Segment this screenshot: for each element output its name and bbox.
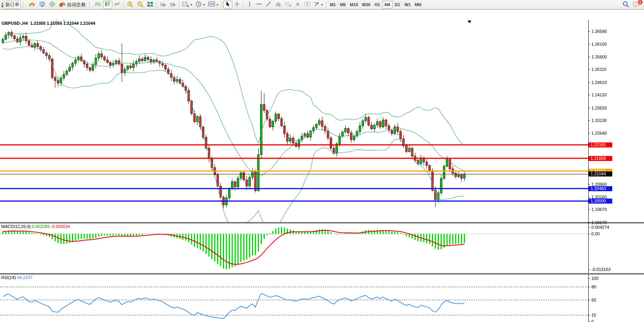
dropdown-caret-icon: ▾ bbox=[203, 3, 205, 7]
templates-button[interactable]: ▾ bbox=[207, 1, 220, 9]
timeframe-button-m30[interactable]: M30 bbox=[360, 1, 372, 9]
price-axis-tick bbox=[588, 120, 590, 121]
price-axis-label: 1.25600 bbox=[591, 55, 607, 59]
tile-windows-button[interactable] bbox=[146, 1, 155, 9]
rsi-axis-label: 100 bbox=[591, 276, 598, 281]
price-axis-tick bbox=[588, 223, 590, 223]
line-chart-icon bbox=[114, 1, 120, 8]
horizontal-line-button[interactable] bbox=[254, 1, 264, 9]
rsi-axis-tick bbox=[588, 287, 590, 287]
tile-windows-icon bbox=[147, 1, 153, 8]
fibonacci-button[interactable]: F bbox=[283, 1, 293, 9]
price-axis-tick bbox=[588, 95, 590, 95]
price-axis-label: 1.20660 bbox=[591, 182, 607, 187]
crosshair-button[interactable] bbox=[233, 1, 242, 9]
macd-value-main: 0.002283 bbox=[32, 224, 50, 229]
chart-title-symbol: GBPUSD-,H4 bbox=[2, 21, 28, 26]
timeframe-button-w1[interactable]: W1 bbox=[402, 1, 413, 9]
auto-scroll-button[interactable] bbox=[158, 1, 168, 9]
text-icon: A bbox=[295, 1, 300, 8]
macd-axis-label: 0.00 bbox=[591, 231, 599, 236]
rsi-label: RSI(14) 44.2247 bbox=[1, 275, 33, 280]
text-label-button[interactable]: T bbox=[303, 1, 312, 9]
new-chart-button[interactable] bbox=[27, 1, 37, 9]
rsi-axis-label: 50 bbox=[591, 298, 596, 302]
chart-shift-marker-icon[interactable] bbox=[468, 21, 471, 23]
periods-button[interactable]: ▾ bbox=[194, 1, 206, 9]
timeframe-group: M1M5M15M30H1H4D1W1MN bbox=[328, 1, 423, 9]
macd-name: MACD(12,26,9) bbox=[1, 224, 31, 229]
price-axis-label: 1.23130 bbox=[591, 118, 607, 123]
price-axis-label: 1.22640 bbox=[591, 131, 607, 135]
vertical-line-button[interactable] bbox=[245, 1, 254, 9]
toolbar-right-group: 1 bbox=[621, 0, 643, 9]
macd-axis-tick bbox=[588, 269, 590, 270]
chart-title-ohlc: 1.21055 1.21055 1.21044 1.21044 bbox=[30, 21, 95, 26]
notifications-button[interactable]: 1 bbox=[633, 0, 641, 9]
panel-divider-rsi[interactable] bbox=[0, 273, 644, 274]
toolbar-separator bbox=[123, 1, 124, 8]
price-axis-tick bbox=[588, 108, 590, 108]
bar-chart-button[interactable] bbox=[93, 1, 103, 9]
trendline-button[interactable] bbox=[264, 1, 273, 9]
price-badge-support: 1.20000 bbox=[589, 199, 612, 204]
price-badge-resistance: 1.21659 bbox=[589, 156, 612, 161]
template-icon bbox=[208, 1, 215, 8]
terminal-icon bbox=[39, 1, 46, 9]
rsi-axis-tick bbox=[588, 278, 590, 279]
panel-divider-macd[interactable] bbox=[0, 222, 644, 223]
auto-trading-label: 自动交易 bbox=[67, 2, 86, 8]
timeframe-button-m15[interactable]: M15 bbox=[348, 1, 360, 9]
toolbar-grip[interactable] bbox=[89, 2, 92, 8]
crosshair-icon bbox=[234, 1, 240, 8]
line-chart-button[interactable] bbox=[113, 1, 122, 9]
timeframe-button-h4[interactable]: H4 bbox=[382, 1, 392, 9]
horizontal-line-icon bbox=[256, 1, 262, 8]
fibonacci-icon: F bbox=[285, 1, 291, 8]
chart-shift-button[interactable] bbox=[168, 1, 177, 9]
dropdown-caret-icon: ▾ bbox=[321, 3, 323, 7]
price-axis-label: 1.25110 bbox=[591, 67, 606, 72]
timeframe-button-m1[interactable]: M1 bbox=[328, 1, 338, 9]
toolbar-grip[interactable] bbox=[23, 2, 26, 8]
vertical-line-icon bbox=[247, 1, 252, 8]
cursor-button[interactable] bbox=[223, 1, 232, 9]
svg-text:A: A bbox=[296, 2, 299, 7]
chart-area: GBPUSD-,H4 1.21055 1.21055 1.21044 1.210… bbox=[0, 10, 644, 322]
price-badge-resistance: 1.22181 bbox=[589, 142, 612, 147]
timeframe-button-d1[interactable]: D1 bbox=[392, 1, 402, 9]
timeframe-button-h1[interactable]: H1 bbox=[372, 1, 382, 9]
new-order-button[interactable]: 新订单 bbox=[4, 1, 21, 9]
svg-text:F: F bbox=[289, 4, 291, 7]
macd-panel-canvas[interactable] bbox=[0, 223, 588, 273]
candlestick-chart-button[interactable] bbox=[103, 1, 112, 9]
rsi-panel-canvas[interactable] bbox=[0, 274, 588, 322]
signals-icon bbox=[49, 1, 56, 9]
equidistant-channel-button[interactable]: E bbox=[273, 1, 283, 9]
price-axis-label: 1.24120 bbox=[591, 92, 607, 97]
indicators-button[interactable]: ▾ bbox=[181, 1, 194, 9]
svg-text:E: E bbox=[279, 4, 281, 7]
signals-button[interactable] bbox=[48, 1, 57, 9]
rsi-name: RSI(14) bbox=[1, 275, 16, 280]
price-axis-tick bbox=[588, 31, 590, 32]
zoom-out-button[interactable] bbox=[135, 1, 145, 9]
clock-icon bbox=[195, 1, 202, 9]
auto-trading-button[interactable]: 自动交易 bbox=[58, 1, 87, 9]
arrows-button[interactable]: ▾ bbox=[312, 1, 324, 9]
rsi-axis-tick bbox=[588, 300, 590, 300]
zoom-in-icon bbox=[127, 1, 134, 9]
zoom-in-button[interactable] bbox=[125, 1, 135, 9]
candlestick-chart-icon bbox=[104, 1, 111, 8]
toolbar-separator bbox=[326, 1, 326, 8]
terminal-button[interactable] bbox=[37, 1, 47, 9]
main-chart-canvas[interactable] bbox=[0, 20, 588, 222]
new-order-label: 新订单 bbox=[5, 2, 19, 8]
timeframe-button-m5[interactable]: M5 bbox=[338, 1, 348, 9]
timeframe-button-mn[interactable]: MN bbox=[413, 1, 423, 9]
macd-axis-tick bbox=[588, 234, 590, 234]
macd-axis-label: -0.013153 bbox=[591, 267, 611, 272]
text-button[interactable]: A bbox=[293, 1, 302, 9]
search-button[interactable] bbox=[621, 1, 630, 9]
dropdown-caret-icon: ▾ bbox=[217, 3, 218, 7]
